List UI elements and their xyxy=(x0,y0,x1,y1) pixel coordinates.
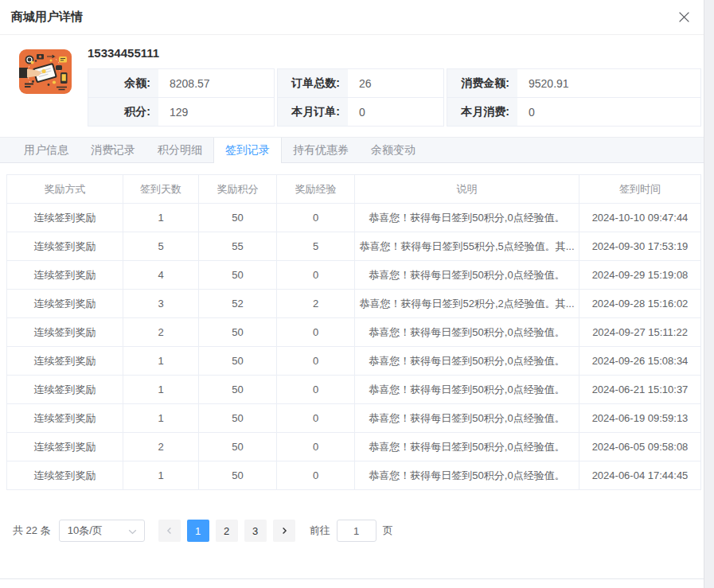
stat-value: 0 xyxy=(517,98,535,126)
column-header-reward-points: 奖励积分 xyxy=(199,175,277,204)
cell-reward-type: 连续签到奖励 xyxy=(7,461,123,490)
cell-checkin-time: 2024-09-30 17:53:19 xyxy=(579,232,701,261)
table-row: 连续签到奖励1500恭喜您！获得每日签到50积分,0点经验值。2024-06-1… xyxy=(7,404,701,433)
cell-checkin-time: 2024-09-28 15:16:02 xyxy=(579,290,701,318)
table-header-row: 奖励方式签到天数奖励积分奖励经验说明签到时间 xyxy=(7,175,701,204)
cell-reward-type: 连续签到奖励 xyxy=(7,232,123,261)
cell-reward-exp: 5 xyxy=(277,232,355,261)
user-detail-dialog: 商城用户详情 xyxy=(0,0,704,579)
cell-reward-type: 连续签到奖励 xyxy=(7,433,123,461)
column-header-checkin-time: 签到时间 xyxy=(579,175,701,204)
cell-reward-points: 50 xyxy=(199,318,277,347)
cell-reward-type: 连续签到奖励 xyxy=(7,318,123,347)
column-header-reward-exp: 奖励经验 xyxy=(277,175,355,204)
goto-page: 前往 页 xyxy=(310,520,393,542)
goto-suffix: 页 xyxy=(383,524,393,538)
page-button-1[interactable]: 1 xyxy=(187,520,209,542)
cell-reward-type: 连续签到奖励 xyxy=(7,404,123,433)
stat-label: 本月订单: xyxy=(278,98,348,126)
cell-reward-points: 50 xyxy=(199,376,277,404)
tab-coupons[interactable]: 持有优惠券 xyxy=(282,138,360,162)
cell-reward-points: 55 xyxy=(199,232,277,261)
stat-value: 26 xyxy=(348,69,372,97)
goto-page-input[interactable] xyxy=(337,520,377,542)
cell-description: 恭喜您！获得每日签到55积分,5点经验值。其... xyxy=(355,232,579,261)
stat-label: 消费金额: xyxy=(447,69,517,97)
cell-checkin-time: 2024-06-21 15:10:37 xyxy=(579,376,701,404)
cell-reward-points: 50 xyxy=(199,461,277,490)
tab-points-detail[interactable]: 积分明细 xyxy=(146,138,213,162)
cell-reward-points: 50 xyxy=(199,404,277,433)
page-button-2[interactable]: 2 xyxy=(216,520,238,542)
cell-checkin-time: 2024-09-29 15:19:08 xyxy=(579,261,701,290)
cell-checkin-days: 1 xyxy=(123,347,199,376)
cell-reward-type: 连续签到奖励 xyxy=(7,347,123,376)
cell-description: 恭喜您！获得每日签到50积分,0点经验值。 xyxy=(355,318,579,347)
cell-reward-exp: 0 xyxy=(277,376,355,404)
dialog-title: 商城用户详情 xyxy=(11,10,83,25)
cell-reward-exp: 0 xyxy=(277,261,355,290)
cell-reward-exp: 0 xyxy=(277,204,355,232)
cell-reward-type: 连续签到奖励 xyxy=(7,290,123,318)
cell-checkin-days: 1 xyxy=(123,404,199,433)
tab-consume-records[interactable]: 消费记录 xyxy=(80,138,146,162)
cell-reward-points: 50 xyxy=(199,433,277,461)
tab-checkin-records[interactable]: 签到记录 xyxy=(213,138,282,163)
cell-checkin-days: 1 xyxy=(123,461,199,490)
stat-label: 订单总数: xyxy=(278,69,348,97)
stat-column: 消费金额:9520.91本月消费:0 xyxy=(447,68,701,127)
prev-page-button[interactable] xyxy=(158,520,181,542)
cell-checkin-days: 3 xyxy=(123,290,199,318)
cell-description: 恭喜您！获得每日签到50积分,0点经验值。 xyxy=(355,261,579,290)
next-page-button[interactable] xyxy=(273,520,295,542)
cell-checkin-time: 2024-10-10 09:47:44 xyxy=(579,204,701,232)
total-count: 共 22 条 xyxy=(13,524,51,538)
cell-reward-points: 50 xyxy=(199,347,277,376)
cell-reward-points: 50 xyxy=(199,204,277,232)
stat-label: 积分: xyxy=(88,98,158,126)
cell-reward-type: 连续签到奖励 xyxy=(7,376,123,404)
cell-description: 恭喜您！获得每日签到52积分,2点经验值。其... xyxy=(355,290,579,318)
user-stats-grid: 余额:8208.57积分:129订单总数:26本月订单:0消费金额:9520.9… xyxy=(88,68,701,127)
goto-label: 前往 xyxy=(310,524,330,538)
cell-checkin-days: 4 xyxy=(123,261,199,290)
table-row: 连续签到奖励2500恭喜您！获得每日签到50积分,0点经验值。2024-09-2… xyxy=(7,318,701,347)
cell-checkin-days: 1 xyxy=(123,376,199,404)
cell-description: 恭喜您！获得每日签到50积分,0点经验值。 xyxy=(355,404,579,433)
checkin-records-table: 奖励方式签到天数奖励积分奖励经验说明签到时间 连续签到奖励1500恭喜您！获得每… xyxy=(6,174,701,490)
table-row: 连续签到奖励1500恭喜您！获得每日签到50积分,0点经验值。2024-06-0… xyxy=(7,461,701,490)
chevron-left-icon xyxy=(166,525,174,537)
cell-checkin-time: 2024-06-19 09:59:13 xyxy=(579,404,701,433)
page-background: 商城用户详情 xyxy=(0,0,714,588)
table-row: 连续签到奖励2500恭喜您！获得每日签到50积分,0点经验值。2024-06-0… xyxy=(7,433,701,461)
tab-user-info[interactable]: 用户信息 xyxy=(13,138,80,162)
tab-balance-changes[interactable]: 余额变动 xyxy=(360,138,427,162)
stat-value: 129 xyxy=(158,98,188,126)
page-button-3[interactable]: 3 xyxy=(244,520,267,542)
pager: 123 xyxy=(155,520,298,542)
cell-checkin-days: 2 xyxy=(123,433,199,461)
stat-consume-amount: 消费金额:9520.91 xyxy=(447,68,701,98)
cell-checkin-days: 5 xyxy=(123,232,199,261)
cell-reward-points: 50 xyxy=(199,261,277,290)
chevron-right-icon xyxy=(280,525,288,537)
cell-checkin-time: 2024-09-26 15:08:34 xyxy=(579,347,701,376)
cell-reward-points: 52 xyxy=(199,290,277,318)
stat-column: 余额:8208.57积分:129 xyxy=(88,68,275,127)
table-row: 连续签到奖励3522恭喜您！获得每日签到52积分,2点经验值。其...2024-… xyxy=(7,290,701,318)
detail-tabbar: 用户信息消费记录积分明细签到记录持有优惠券余额变动 xyxy=(0,137,704,163)
column-header-description: 说明 xyxy=(355,175,579,204)
table-row: 连续签到奖励1500恭喜您！获得每日签到50积分,0点经验值。2024-10-1… xyxy=(7,204,701,232)
table-row: 连续签到奖励4500恭喜您！获得每日签到50积分,0点经验值。2024-09-2… xyxy=(7,261,701,290)
chevron-down-icon xyxy=(128,525,137,537)
cell-checkin-days: 2 xyxy=(123,318,199,347)
close-icon[interactable] xyxy=(677,10,691,25)
stat-month-orders: 本月订单:0 xyxy=(277,97,444,127)
cell-reward-exp: 0 xyxy=(277,404,355,433)
page-size-select[interactable]: 10条/页 xyxy=(59,520,145,542)
cell-reward-exp: 0 xyxy=(277,347,355,376)
table-row: 连续签到奖励1500恭喜您！获得每日签到50积分,0点经验值。2024-06-2… xyxy=(7,376,701,404)
cell-reward-exp: 0 xyxy=(277,461,355,490)
stat-balance: 余额:8208.57 xyxy=(88,68,275,98)
avatar xyxy=(19,49,72,94)
